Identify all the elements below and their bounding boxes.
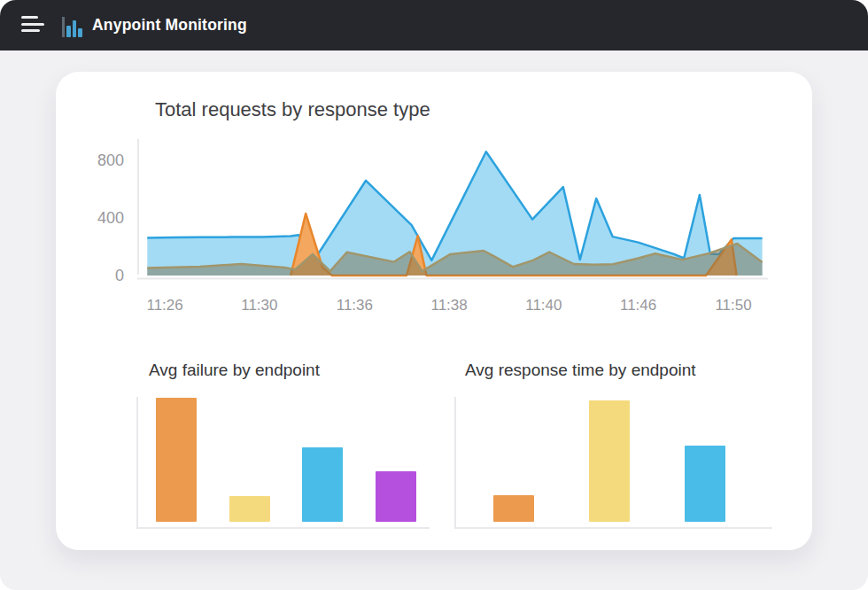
logo-bar (73, 20, 77, 37)
y-tick-label: 0 (66, 266, 124, 285)
logo-bar (78, 28, 82, 37)
bar-yellow (589, 400, 630, 522)
hamburger-icon (21, 16, 38, 19)
bar-chart-title-response-time: Avg response time by endpoint (465, 361, 696, 380)
x-tick-label: 11:50 (698, 297, 769, 314)
app-window: Anypoint Monitoring Total requests by re… (0, 0, 868, 590)
app-header: Anypoint Monitoring (0, 0, 868, 50)
bar-chart-failure-plot (156, 395, 416, 522)
x-axis-line (454, 527, 772, 529)
bar-yellow (229, 496, 270, 522)
dashboard-card: Total requests by response type 8004000 … (56, 72, 812, 550)
area-chart-plot (137, 139, 768, 283)
x-tick-label: 11:46 (603, 297, 674, 314)
x-axis-line (136, 527, 430, 529)
bar-chart-response-time-plot (493, 395, 725, 522)
bar-purple (376, 471, 416, 522)
menu-button[interactable] (21, 16, 46, 35)
y-axis-line (454, 397, 456, 529)
bar-blue (302, 447, 343, 522)
y-axis-line (136, 397, 138, 529)
x-tick-label: 11:40 (508, 297, 579, 314)
x-tick-label: 11:36 (319, 297, 390, 314)
bar-chart-title-failure: Avg failure by endpoint (149, 361, 320, 380)
x-tick-label: 11:38 (414, 297, 484, 314)
bar-blue (685, 446, 725, 522)
bar-orange (493, 495, 534, 522)
app-title: Anypoint Monitoring (92, 0, 247, 50)
logo-bar (66, 26, 71, 37)
x-tick-label: 11:26 (129, 297, 200, 314)
y-tick-label: 400 (66, 208, 124, 228)
bar-orange (156, 398, 197, 522)
x-tick-label: 11:30 (224, 297, 295, 314)
y-tick-label: 800 (66, 151, 124, 170)
area-chart-title: Total requests by response type (155, 98, 430, 121)
bar-chart-logo-icon (62, 14, 85, 37)
